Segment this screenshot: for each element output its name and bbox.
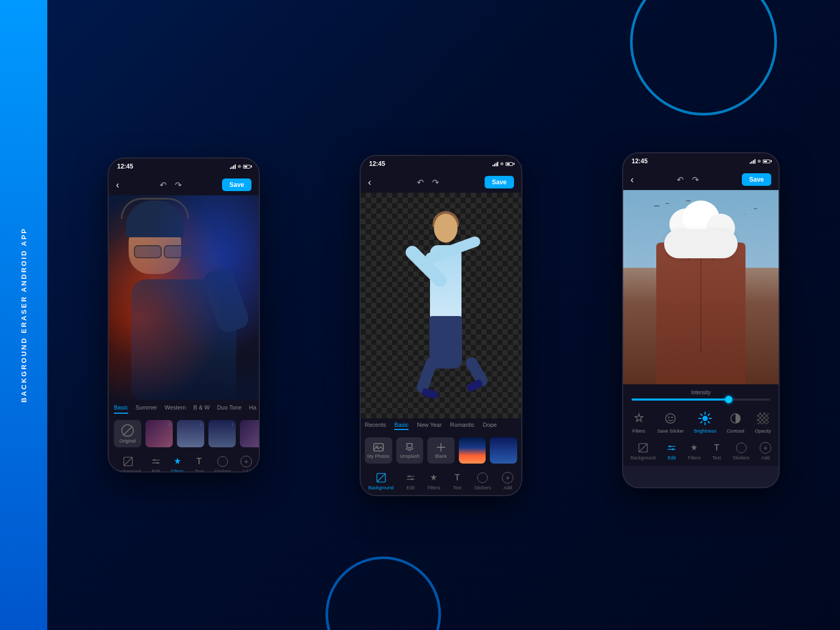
phone2-bg-ocean[interactable]: [490, 437, 517, 464]
phone3-nav-background[interactable]: Background: [631, 442, 656, 460]
phone3-tool-savesticker-label: Save Sticker: [657, 428, 684, 434]
phone3-nav-filters-label: Filters: [688, 455, 701, 460]
phone2-background-icon: [375, 472, 387, 484]
phone1-tab-basic[interactable]: Basic: [114, 404, 128, 414]
phone1-filter-1[interactable]: [145, 420, 173, 447]
phone3-dot-icon: [758, 160, 761, 163]
phone1-tab-summer[interactable]: Summer: [135, 404, 158, 414]
phone2-nav-text[interactable]: T Text: [452, 472, 463, 490]
phone3-nav-add[interactable]: + Add: [760, 442, 771, 460]
svg-point-32: [669, 446, 671, 448]
phone3-tool-contrast-icon: [727, 410, 744, 427]
phone3-nav-stickers[interactable]: Stickers: [733, 442, 750, 460]
phone1-nav-text[interactable]: T Text: [193, 456, 205, 472]
phone3-tool-filters[interactable]: Filters: [631, 410, 647, 434]
phone2-redo-icon[interactable]: ↷: [432, 177, 439, 187]
phone2-nav-edit[interactable]: Edit: [405, 472, 416, 490]
phone1-nav-background[interactable]: Background: [116, 456, 141, 472]
phone1-back-button[interactable]: ‹: [116, 180, 119, 191]
phone2-tab-recents[interactable]: Recents: [365, 422, 386, 430]
phone2-signal-icon: [492, 161, 498, 166]
phone1-undo-icon[interactable]: ↶: [160, 180, 166, 190]
app-title-vertical: BACKGROUND ERASER ANDROID APP: [0, 0, 47, 630]
svg-line-1: [124, 457, 132, 466]
phone1-add-icon: +: [240, 456, 252, 467]
phone3-status-bar: 12:45: [623, 153, 779, 169]
phone1-battery-icon: [243, 165, 250, 169]
phone2-nav-filters[interactable]: Filters: [427, 472, 440, 490]
phone3-cloud-body: [664, 229, 738, 258]
phone1-stickers-icon: [217, 456, 228, 467]
phone3-save-button[interactable]: Save: [742, 173, 771, 186]
phone3-tool-filters-label: Filters: [632, 428, 645, 434]
phone2-tab-basic[interactable]: Basic: [394, 422, 408, 430]
phone3-intensity-label: Intensity: [632, 390, 770, 395]
phone1-filter-original[interactable]: Original: [114, 420, 141, 447]
phone1-nav-stickers[interactable]: Stickers: [214, 456, 231, 472]
phone1-save-button[interactable]: Save: [222, 178, 251, 191]
phone1-redo-icon[interactable]: ↷: [175, 180, 182, 190]
phone3-shirt-button: [700, 258, 701, 353]
svg-point-17: [668, 417, 670, 418]
phone1-nav-add[interactable]: + Add: [240, 456, 252, 472]
phone3-redo-icon[interactable]: ↷: [692, 175, 699, 185]
phone1-filter-4[interactable]: [240, 420, 260, 447]
phone2-back-button[interactable]: ‹: [368, 177, 371, 188]
phone3-edit-tools: Filters Save Sticker: [623, 406, 779, 438]
phone2-bg-sunset[interactable]: [459, 437, 486, 464]
phone2-undo-icon[interactable]: ↶: [417, 177, 424, 187]
phone2-dot-icon: [500, 162, 503, 165]
phone3-undo-icon[interactable]: ↶: [677, 175, 684, 185]
phone3-tool-brightness[interactable]: Brightness: [694, 410, 717, 434]
phone3-signal-icon: [750, 159, 755, 164]
phone1-filter-2[interactable]: [177, 420, 204, 447]
phone1-nav-stickers-label: Stickers: [214, 469, 231, 472]
phone2-bg-myphotos[interactable]: My Photos: [365, 437, 392, 464]
phone2-tab-dope[interactable]: Dope: [483, 422, 497, 430]
phone1-filter-3[interactable]: [208, 420, 236, 447]
phone2-status-bar: 12:45: [361, 156, 521, 172]
phone1-filters-icon: [172, 456, 183, 467]
phone1-nav-edit[interactable]: Edit: [150, 456, 162, 472]
phone1-text-icon: T: [193, 456, 205, 467]
phone2-tab-newyear[interactable]: New Year: [417, 422, 442, 430]
phone3-tool-contrast-label: Contrast: [727, 428, 744, 434]
phone1-tab-bw[interactable]: B & W: [193, 404, 209, 414]
phone3-nav-filters[interactable]: Filters: [688, 442, 701, 460]
phone2-bg-unsplash[interactable]: Unsplash: [396, 437, 424, 464]
phone3-tool-contrast[interactable]: Contrast: [727, 410, 744, 434]
svg-point-18: [671, 417, 673, 418]
phone2-app-header: ‹ ↶ ↷ Save: [361, 172, 521, 193]
phone3-tool-savesticker[interactable]: Save Sticker: [657, 410, 684, 434]
phone1-tab-western[interactable]: Western: [164, 404, 186, 414]
phone3-stickers-icon: [736, 442, 747, 454]
phone1-tab-duotone[interactable]: Duo Tone: [217, 404, 242, 414]
phone2-bg-options: My Photos Unsplash Blank: [361, 433, 521, 468]
phone2-bg-tabs: Recents Basic New Year Romantic Dope: [361, 418, 521, 433]
phone1-status-icons: [230, 164, 250, 169]
phone3-nav-edit[interactable]: Edit: [666, 442, 677, 460]
phone2-save-button[interactable]: Save: [485, 176, 514, 188]
phone2-tab-romantic[interactable]: Romantic: [450, 422, 474, 430]
phone2-nav-add[interactable]: + Add: [502, 472, 513, 490]
phone1-wifi-icon: [238, 165, 241, 168]
svg-point-5: [156, 462, 159, 464]
phone1-nav-filters[interactable]: Filters: [171, 456, 184, 472]
phone3-tool-opacity[interactable]: Opacity: [754, 410, 771, 434]
phone3-back-button[interactable]: ‹: [631, 174, 634, 185]
phone3-tool-opacity-label: Opacity: [755, 428, 771, 434]
svg-point-3: [153, 459, 155, 461]
phone3-person-body: [656, 243, 746, 384]
svg-point-13: [408, 476, 410, 478]
phone3-intensity-thumb[interactable]: [725, 396, 732, 403]
phone-2: 12:45 ‹ ↶ ↷ Save: [360, 155, 522, 496]
phone2-nav-background[interactable]: Background: [369, 472, 394, 490]
phone2-nav-stickers[interactable]: Stickers: [474, 472, 491, 490]
phone3-nav-text[interactable]: T Text: [711, 442, 722, 460]
phone1-tab-ha[interactable]: Ha: [249, 404, 256, 414]
svg-point-19: [702, 416, 708, 421]
phone2-bg-blank[interactable]: Blank: [427, 437, 455, 464]
phone3-bottom-nav: Background Edit: [623, 438, 779, 466]
phone1-nav-edit-label: Edit: [152, 469, 160, 472]
phone3-intensity-slider[interactable]: [632, 398, 770, 401]
